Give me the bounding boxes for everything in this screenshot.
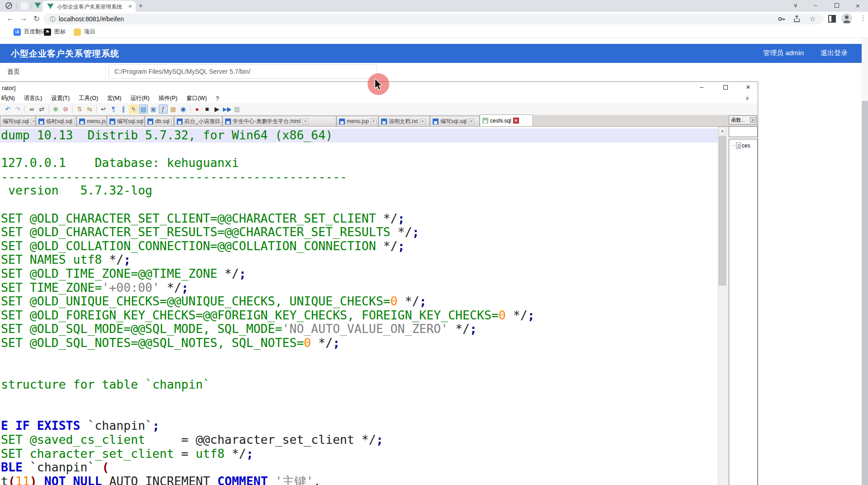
side-panel-icon[interactable] bbox=[828, 15, 836, 23]
editor-scrollbar[interactable]: ∧ bbox=[718, 127, 726, 485]
function-panel-close-icon[interactable]: x bbox=[750, 117, 755, 123]
scrollbar-thumb[interactable] bbox=[719, 136, 726, 285]
back-icon[interactable]: ← bbox=[6, 14, 14, 23]
menu-item[interactable]: 窗口(W) bbox=[182, 95, 211, 102]
menu-item[interactable]: 运行(R) bbox=[126, 95, 154, 102]
folder-workspace-icon[interactable]: ▦ bbox=[169, 105, 178, 114]
document-tab[interactable]: ceshi.sql× bbox=[480, 114, 533, 126]
mysql-path-input[interactable]: C:/Program Files/MySQL/MySQL Server 5.7/… bbox=[108, 64, 377, 79]
document-tab[interactable]: db.sql× bbox=[145, 116, 174, 126]
site-info-icon[interactable]: ⓘ bbox=[50, 15, 56, 24]
browser-close-button[interactable]: × bbox=[856, 2, 860, 10]
document-tab[interactable]: 编写sql.sql× bbox=[0, 116, 36, 126]
page-scrollbar-thumb[interactable] bbox=[862, 101, 868, 485]
monitoring-icon[interactable]: ◉ bbox=[179, 105, 188, 114]
bookmark-label: 项目 bbox=[84, 28, 95, 36]
menu-item[interactable]: 语言(L) bbox=[19, 95, 47, 102]
document-tab[interactable]: menu.js× bbox=[76, 116, 107, 126]
indent-guide-icon[interactable]: ∥ bbox=[119, 105, 128, 114]
find-icon[interactable]: ∞ bbox=[27, 105, 36, 114]
undo-icon[interactable]: ↶ bbox=[3, 105, 12, 114]
profile-avatar[interactable] bbox=[841, 13, 852, 24]
replace-icon[interactable]: ⇄ bbox=[37, 105, 46, 114]
npp-minimize-button[interactable]: – bbox=[695, 83, 708, 92]
pinned-tab-vue[interactable] bbox=[34, 2, 41, 10]
editor-area[interactable]: dump 10.13 Distrib 5.7.32, for Win64 (x8… bbox=[0, 127, 718, 485]
tab-home[interactable]: 首页 bbox=[7, 68, 20, 76]
tab-close-icon[interactable]: × bbox=[128, 3, 132, 10]
word-wrap-icon[interactable]: ↵ bbox=[99, 105, 108, 114]
bookmark-item[interactable]: ⚑图标 bbox=[44, 28, 66, 36]
bookmark-item[interactable]: 译百度翻译 bbox=[14, 28, 47, 36]
macro-stop-icon[interactable]: ■ bbox=[203, 105, 212, 114]
document-tab[interactable]: 前台_小说项目.sql× bbox=[174, 116, 222, 126]
sync-vertical-icon[interactable]: ⇅ bbox=[75, 105, 84, 114]
bookmark-item[interactable]: 项目 bbox=[74, 28, 95, 36]
menu-bar-close-icon[interactable]: x bbox=[746, 95, 749, 101]
saved-file-icon bbox=[147, 119, 153, 124]
omnibox[interactable]: ⓘ localhost:8081/#/beifen ☆ bbox=[43, 14, 824, 24]
macro-play-icon[interactable]: ▶ bbox=[212, 105, 222, 114]
function-list-icon[interactable]: ƒ bbox=[159, 105, 168, 114]
document-tab[interactable]: 临时sql.sql× bbox=[36, 116, 76, 126]
document-tab[interactable]: menu.jsp× bbox=[336, 116, 378, 126]
code-token: ; bbox=[528, 308, 535, 322]
macro-run-multi-icon[interactable]: ▶▶ bbox=[222, 105, 231, 114]
bookmark-star-icon[interactable]: ☆ bbox=[809, 14, 816, 23]
tab-close-icon[interactable]: × bbox=[420, 119, 425, 124]
new-tab-button[interactable]: + bbox=[138, 1, 143, 10]
document-tab[interactable]: 学生中心-奥鹏学生平台.html× bbox=[222, 116, 336, 126]
tab-close-icon[interactable]: × bbox=[31, 119, 36, 124]
code-token: */ bbox=[455, 322, 470, 336]
menu-item[interactable]: ? bbox=[212, 95, 224, 102]
browser-restore-button[interactable] bbox=[835, 3, 839, 8]
npp-maximize-button[interactable] bbox=[719, 83, 732, 92]
browser-minimize-button[interactable]: – bbox=[814, 2, 817, 9]
zoom-out-icon[interactable]: ⊖ bbox=[61, 105, 70, 114]
pinned-tab-blocked-icon[interactable] bbox=[5, 2, 12, 9]
function-list-item[interactable]: ┈┈ces bbox=[729, 143, 757, 149]
zoom-in-icon[interactable]: ⊕ bbox=[51, 105, 60, 114]
doc-switcher-icon[interactable]: ϟ bbox=[129, 105, 138, 114]
macro-save-icon[interactable]: ▥ bbox=[232, 105, 241, 114]
sync-horizontal-icon[interactable]: ⇆ bbox=[85, 105, 94, 114]
document-tab[interactable]: 说明文档.txt× bbox=[378, 116, 430, 126]
doc-map-icon[interactable]: ▤ bbox=[139, 105, 148, 114]
page-scrollbar[interactable] bbox=[862, 38, 868, 485]
npp-close-button[interactable]: × bbox=[741, 83, 755, 92]
browser-tab-active[interactable]: 小型企业客户关系管理系统 × bbox=[42, 1, 136, 12]
reload-icon[interactable]: ↻ bbox=[33, 14, 40, 24]
menu-item[interactable]: 插件(P) bbox=[154, 95, 182, 102]
pinned-tab-blank[interactable] bbox=[21, 2, 28, 10]
share-icon[interactable] bbox=[793, 15, 801, 23]
tab-close-icon[interactable]: × bbox=[468, 119, 474, 124]
forward-icon[interactable]: → bbox=[20, 14, 28, 23]
tab-close-icon[interactable]: × bbox=[513, 118, 519, 124]
url-text[interactable]: localhost:8081/#/beifen bbox=[59, 15, 124, 23]
code-line: dump 10.13 Distrib 5.7.32, for Win64 (x8… bbox=[1, 128, 535, 143]
document-tab[interactable]: 编写sql.sql× bbox=[107, 116, 145, 126]
code-line: SET @OLD_CHARACTER_SET_CLIENT=@@CHARACTE… bbox=[1, 212, 535, 226]
mysql-path-value: C:/Program Files/MySQL/MySQL Server 5.7/… bbox=[114, 68, 250, 75]
redo-icon[interactable]: ↷ bbox=[13, 105, 22, 114]
admin-user-label[interactable]: 管理员 admin bbox=[763, 49, 804, 57]
menu-item[interactable]: 宏(M) bbox=[103, 95, 126, 102]
document-tab[interactable]: 编写sql.sql× bbox=[430, 116, 480, 126]
show-all-chars-icon[interactable]: ¶ bbox=[109, 105, 118, 114]
clone-icon[interactable]: ▣ bbox=[149, 105, 158, 114]
tab-close-icon[interactable]: × bbox=[302, 119, 308, 124]
menu-item[interactable]: 工具(O) bbox=[74, 95, 103, 102]
menu-item[interactable]: 码(N) bbox=[0, 95, 19, 102]
password-key-icon[interactable] bbox=[778, 15, 786, 23]
tab-close-icon[interactable]: × bbox=[371, 119, 377, 124]
code-token: dump 10.13 Distrib 5.7.32, for Win64 (x8… bbox=[1, 128, 333, 142]
scrollbar-up-icon[interactable]: ∧ bbox=[719, 127, 726, 135]
document-tab-label: 前台_小说项目.sql bbox=[184, 118, 222, 125]
browser-menu-icon[interactable]: ⋮ bbox=[860, 14, 867, 22]
logout-link[interactable]: 退出登录 bbox=[821, 49, 848, 57]
tab-search-icon[interactable]: ∨ bbox=[793, 2, 798, 9]
menu-item[interactable]: 设置(T) bbox=[47, 95, 74, 102]
function-search-input[interactable] bbox=[729, 126, 758, 137]
macro-record-icon[interactable]: ● bbox=[193, 105, 202, 114]
function-list-panel-header[interactable]: 函数... x bbox=[729, 115, 757, 124]
